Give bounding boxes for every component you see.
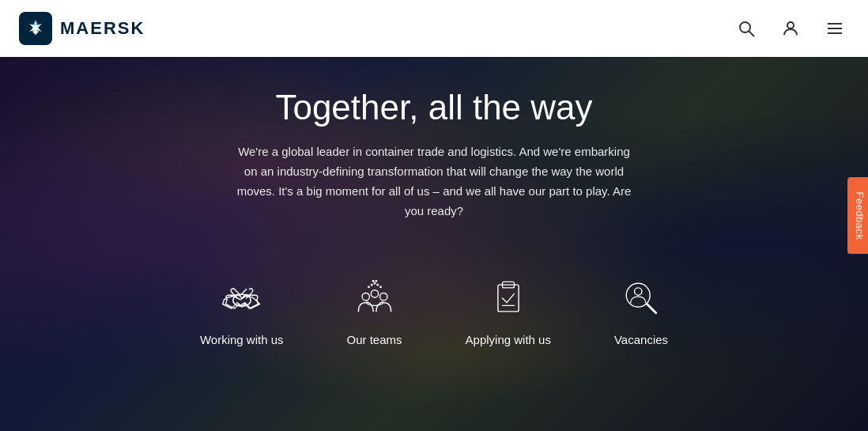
feedback-tab[interactable]: Feedback — [847, 177, 868, 254]
teams-icon — [351, 274, 398, 322]
handshake-icon — [218, 274, 266, 322]
svg-marker-0 — [29, 20, 42, 36]
card-label-vacancies: Vacancies — [614, 333, 668, 346]
header-icons — [732, 14, 849, 43]
svg-rect-18 — [498, 285, 519, 312]
card-vacancies[interactable]: Vacancies — [583, 259, 700, 362]
hero-title: Together, all the way — [236, 89, 632, 127]
svg-point-8 — [362, 293, 369, 301]
card-label-our-teams: Our teams — [347, 333, 402, 346]
hero-section: Together, all the way We're a global lea… — [0, 57, 868, 431]
svg-point-16 — [372, 280, 374, 282]
card-applying-with-us[interactable]: Applying with us — [434, 259, 583, 362]
svg-point-17 — [375, 280, 377, 282]
menu-button[interactable] — [821, 14, 849, 43]
hero-content: Together, all the way We're a global lea… — [236, 89, 632, 221]
card-working-with-us[interactable]: Working with us — [168, 259, 315, 362]
card-label-working-with-us: Working with us — [200, 333, 284, 346]
svg-point-11 — [370, 284, 372, 286]
svg-point-3 — [787, 22, 794, 28]
svg-point-14 — [368, 286, 370, 289]
svg-point-22 — [635, 288, 642, 295]
svg-point-9 — [371, 290, 378, 297]
svg-point-15 — [379, 286, 382, 289]
hero-cards: Working with us — [0, 259, 868, 362]
svg-line-2 — [749, 32, 755, 37]
account-button[interactable] — [776, 14, 805, 43]
svg-line-23 — [647, 304, 656, 313]
logo-area: MAERSK — [19, 12, 145, 45]
feedback-label: Feedback — [854, 191, 866, 240]
maersk-logo-icon — [19, 12, 52, 45]
search-button[interactable] — [732, 14, 760, 43]
header: MAERSK — [0, 0, 868, 57]
clipboard-icon — [485, 274, 532, 322]
svg-point-10 — [379, 293, 387, 301]
svg-point-12 — [373, 282, 376, 285]
search-person-icon — [617, 274, 665, 322]
logo-text: MAERSK — [60, 18, 145, 39]
card-our-teams[interactable]: Our teams — [315, 259, 434, 362]
svg-point-13 — [376, 284, 379, 286]
card-label-applying-with-us: Applying with us — [466, 333, 551, 346]
hero-subtitle: We're a global leader in container trade… — [236, 142, 632, 221]
svg-point-1 — [740, 22, 750, 32]
